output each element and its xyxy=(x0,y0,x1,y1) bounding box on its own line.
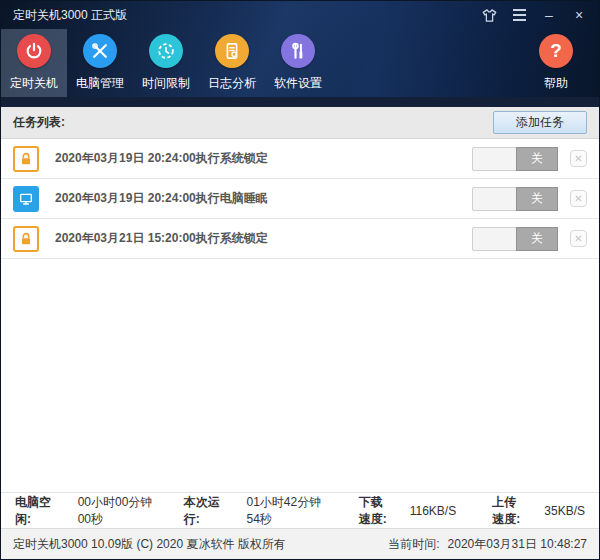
toggle-knob: 关 xyxy=(516,227,558,251)
titlebar: 定时关机3000 正式版 – × xyxy=(1,1,599,29)
toolbar-bottom-strip xyxy=(1,97,599,107)
idle-time-stat: 电脑空闲: 00小时00分钟00秒 xyxy=(15,494,156,528)
tab-label: 时间限制 xyxy=(142,75,190,92)
lock-icon xyxy=(13,146,39,172)
window-controls: – × xyxy=(481,7,587,23)
footer: 定时关机3000 10.09版 (C) 2020 夏冰软件 版权所有 当前时间:… xyxy=(1,528,599,559)
delete-task-icon[interactable]: ✕ xyxy=(570,230,587,247)
run-time-stat: 本次运行: 01小时42分钟54秒 xyxy=(184,494,325,528)
current-time: 当前时间: 2020年03月31日 10:48:27 xyxy=(388,536,587,553)
task-list-header: 任务列表: 添加任务 xyxy=(1,107,599,139)
skin-icon[interactable] xyxy=(481,7,497,23)
current-time-label: 当前时间: xyxy=(388,536,439,553)
download-speed-label: 下载速度: xyxy=(359,494,388,528)
tab-label: 软件设置 xyxy=(274,75,322,92)
tab-timed-shutdown[interactable]: 定时关机 xyxy=(1,29,67,97)
run-time-label: 本次运行: xyxy=(184,494,225,528)
task-row: 2020年03月21日 15:20:00执行系统锁定 关 ✕ xyxy=(1,219,599,259)
task-text: 2020年03月19日 20:24:00执行系统锁定 xyxy=(55,150,268,167)
app-window: 定时关机3000 正式版 – × 定时关机 电脑管理 xyxy=(0,0,600,560)
tools-icon xyxy=(83,34,117,68)
task-list-title: 任务列表: xyxy=(13,114,65,131)
task-text: 2020年03月19日 20:24:00执行电脑睡眠 xyxy=(55,190,268,207)
tab-label: 帮助 xyxy=(544,75,568,92)
delete-task-icon[interactable]: ✕ xyxy=(570,190,587,207)
question-icon: ? xyxy=(539,34,573,68)
minimize-button[interactable]: – xyxy=(541,7,557,23)
menu-icon[interactable] xyxy=(511,7,527,23)
toggle-knob: 关 xyxy=(516,147,558,171)
content-empty-area xyxy=(1,259,599,492)
task-toggle-off[interactable]: 关 xyxy=(472,147,558,171)
delete-task-icon[interactable]: ✕ xyxy=(570,150,587,167)
clock-icon xyxy=(149,34,183,68)
idle-time-label: 电脑空闲: xyxy=(15,494,56,528)
tab-software-settings[interactable]: 软件设置 xyxy=(265,29,331,97)
tab-label: 电脑管理 xyxy=(76,75,124,92)
lock-icon xyxy=(13,226,39,252)
log-icon xyxy=(215,34,249,68)
power-icon xyxy=(17,34,51,68)
tab-time-limit[interactable]: 时间限制 xyxy=(133,29,199,97)
idle-time-value: 00小时00分钟00秒 xyxy=(78,494,156,528)
task-text: 2020年03月21日 15:20:00执行系统锁定 xyxy=(55,230,268,247)
run-time-value: 01小时42分钟54秒 xyxy=(246,494,324,528)
task-toggle-off[interactable]: 关 xyxy=(472,187,558,211)
download-speed-value: 116KB/S xyxy=(410,504,456,518)
add-task-button[interactable]: 添加任务 xyxy=(493,111,587,134)
tab-help[interactable]: ? 帮助 xyxy=(521,29,591,97)
tab-computer-management[interactable]: 电脑管理 xyxy=(67,29,133,97)
copyright-text: 定时关机3000 10.09版 (C) 2020 夏冰软件 版权所有 xyxy=(13,536,286,553)
status-bar: 电脑空闲: 00小时00分钟00秒 本次运行: 01小时42分钟54秒 下载速度… xyxy=(1,492,599,528)
download-speed-stat: 下载速度: 116KB/S xyxy=(359,494,457,528)
upload-speed-label: 上传速度: xyxy=(492,494,522,528)
question-glyph: ? xyxy=(550,40,562,62)
toggle-knob: 关 xyxy=(516,187,558,211)
current-time-value: 2020年03月31日 10:48:27 xyxy=(448,536,587,553)
upload-speed-value: 35KB/S xyxy=(544,504,585,518)
tab-log-analysis[interactable]: 日志分析 xyxy=(199,29,265,97)
tab-label: 定时关机 xyxy=(10,75,58,92)
header: 定时关机3000 正式版 – × 定时关机 电脑管理 xyxy=(1,1,599,107)
settings-icon xyxy=(281,34,315,68)
toolbar: 定时关机 电脑管理 时间限制 日志分析 xyxy=(1,29,599,97)
close-button[interactable]: × xyxy=(571,7,587,23)
monitor-icon xyxy=(13,186,39,212)
task-row: 2020年03月19日 20:24:00执行系统锁定 关 ✕ xyxy=(1,139,599,179)
tab-label: 日志分析 xyxy=(208,75,256,92)
upload-speed-stat: 上传速度: 35KB/S xyxy=(492,494,585,528)
task-toggle-off[interactable]: 关 xyxy=(472,227,558,251)
window-title: 定时关机3000 正式版 xyxy=(13,7,127,24)
task-row: 2020年03月19日 20:24:00执行电脑睡眠 关 ✕ xyxy=(1,179,599,219)
